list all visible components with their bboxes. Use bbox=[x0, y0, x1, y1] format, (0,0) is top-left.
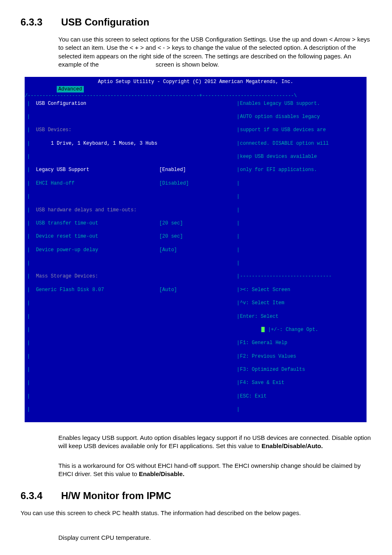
section-number: 6.3.3 bbox=[21, 16, 58, 28]
option-legacy-usb-desc: Enables legacy USB support. Auto option … bbox=[58, 434, 371, 451]
option-ehci-desc: This is a workaround for OS without EHCI… bbox=[58, 462, 371, 479]
row-transfer-to: USB transfer time-out bbox=[36, 220, 159, 227]
bios-top-divider: /---------------------------------------… bbox=[25, 92, 367, 99]
bios-tab-row: Advanced bbox=[57, 86, 84, 92]
mass-header: Mass Storage Devices: bbox=[36, 273, 98, 279]
hw-item-cpu-temp: Display current CPU temperature. bbox=[58, 534, 371, 542]
section-heading-2: 6.3.4 H/W Monitor from IPMC bbox=[21, 490, 371, 502]
section-intro: You can use this screen to select option… bbox=[58, 35, 371, 69]
bios-header: Aptio Setup Utility - Copyright (C) 2012… bbox=[25, 77, 367, 85]
usb-devices-value: 1 Drive, 1 Keyboard, 1 Mouse, 3 Hubs bbox=[51, 141, 157, 146]
section2-intro: You can use this screen to check PC heal… bbox=[21, 509, 371, 517]
bios-help-pane: |Enables Legacy USB support. |AUTO optio… bbox=[237, 100, 364, 420]
section-title: USB Configuration bbox=[61, 16, 150, 28]
section-title-2: H/W Monitor from IPMC bbox=[61, 490, 171, 501]
bios-title: USB Configuration bbox=[36, 101, 86, 106]
row-power-up: Device power-up delay bbox=[36, 247, 159, 253]
section-number-2: 6.3.4 bbox=[21, 490, 58, 502]
section-heading: 6.3.3 USB Configuration bbox=[21, 16, 371, 28]
bios-screenshot: Aptio Setup Utility - Copyright (C) 2012… bbox=[25, 77, 367, 422]
timeouts-header: USB hardware delays and time-outs: bbox=[36, 207, 137, 213]
row-reset-to: Device reset time-out bbox=[36, 233, 159, 240]
bios-cursor bbox=[261, 327, 265, 332]
row-legacy-usb: Legacy USB Support bbox=[36, 166, 159, 173]
row-flash-disk: Generic Flash Disk 8.07 bbox=[36, 287, 159, 293]
row-ehci: EHCI Hand-off bbox=[36, 180, 159, 187]
bios-left-pane: | USB Configuration | | USB Devices: | 1… bbox=[27, 100, 237, 420]
usb-devices-label: USB Devices: bbox=[36, 127, 71, 133]
bios-tab-advanced: Advanced bbox=[57, 86, 84, 92]
